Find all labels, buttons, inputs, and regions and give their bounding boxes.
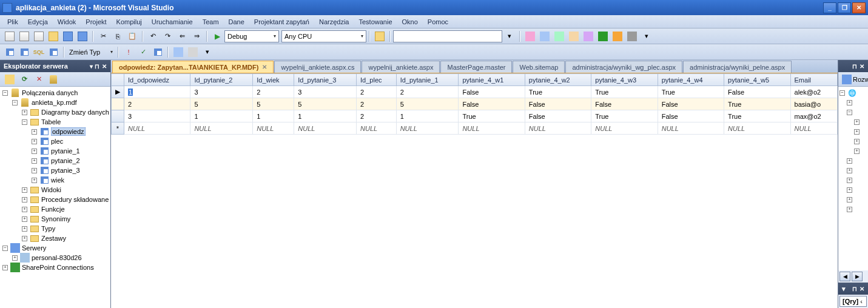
grid-cell[interactable]: 3 (294, 86, 357, 98)
grid-cell-null[interactable]: NULL (459, 122, 525, 135)
tab-masterpage[interactable]: MasterPage.master (440, 61, 512, 73)
verify-button[interactable]: ✓ (136, 45, 150, 59)
redo-button[interactable]: ↷ (161, 30, 174, 43)
scroll-left-button[interactable]: ◀ (839, 272, 850, 281)
tbx-8[interactable] (625, 30, 639, 43)
grid-cell[interactable]: 1 (396, 110, 459, 122)
run-button[interactable]: ▶ (210, 30, 224, 43)
grid-cell[interactable]: False (658, 98, 724, 110)
tbx-4[interactable] (567, 30, 580, 43)
grid-cell[interactable]: False (459, 98, 525, 110)
minimize-button[interactable]: _ (823, 2, 836, 13)
tab-odpowiedz[interactable]: odpowiedz: Zapytan...TA\ANKIETA_KP.MDF)✕ (112, 61, 274, 73)
grid-cell[interactable]: True (658, 86, 724, 98)
menu-edycja[interactable]: Edycja (23, 17, 53, 27)
grid-cell[interactable]: 5 (253, 98, 294, 110)
menu-plik[interactable]: Plik (2, 17, 23, 27)
grid-cell[interactable]: False (459, 86, 525, 98)
nav-fwd-button[interactable]: ⇒ (190, 30, 203, 43)
qtb-1[interactable] (172, 45, 185, 59)
grid-cell[interactable]: True (724, 98, 790, 110)
tbx-2[interactable] (538, 30, 551, 43)
grid-cell[interactable]: False (658, 110, 724, 122)
grid-cell[interactable]: 2 (124, 98, 190, 110)
config-combo[interactable]: Debug (224, 30, 279, 42)
pin-icon[interactable]: ⊓ (852, 63, 857, 70)
grid-cell[interactable]: 2 (253, 86, 294, 98)
show-results-button[interactable] (47, 45, 60, 59)
grid-cell-null[interactable]: NULL (357, 122, 397, 135)
show-criteria-button[interactable] (18, 45, 31, 59)
tab-wyniki-pelne[interactable]: administracja/wyniki_pelne.aspx (683, 61, 792, 73)
platform-combo[interactable]: Any CPU (281, 30, 366, 42)
column-header[interactable]: Id_pytanie_1 (396, 74, 459, 86)
menu-kompiluj[interactable]: Kompiluj (112, 17, 147, 27)
menu-widok[interactable]: Widok (53, 17, 81, 27)
column-header[interactable]: Email (790, 74, 837, 86)
column-header[interactable]: Id_wiek (253, 74, 294, 86)
row-selector[interactable] (112, 98, 124, 110)
tbx-7[interactable] (611, 30, 624, 43)
column-header[interactable]: Id_plec (357, 74, 397, 86)
grid-cell-null[interactable]: NULL (525, 122, 591, 135)
column-header[interactable]: pytanie_4_w1 (459, 74, 525, 86)
close-icon[interactable]: ✕ (262, 64, 267, 70)
grid-cell[interactable]: 2 (357, 110, 397, 122)
maximize-button[interactable]: ❐ (838, 2, 851, 13)
tab-sitemap[interactable]: Web.sitemap (513, 61, 565, 73)
grid-cell[interactable]: 3 (190, 86, 253, 98)
menu-testowanie[interactable]: Testowanie (354, 17, 397, 27)
grid-cell-null[interactable]: NULL (790, 122, 837, 135)
cut-button[interactable]: ✂ (96, 30, 110, 43)
menu-dane[interactable]: Dane (224, 17, 249, 27)
menu-pomoc[interactable]: Pomoc (423, 17, 453, 27)
tab-wypelnij-cs[interactable]: wypelnij_ankiete.aspx.cs (274, 61, 361, 73)
add-item-button[interactable] (32, 30, 45, 43)
menu-narzedzia[interactable]: Narzędzia (314, 17, 354, 27)
column-header[interactable]: pytanie_4_w2 (525, 74, 591, 86)
db-button[interactable] (47, 73, 60, 86)
save-button[interactable] (61, 30, 75, 43)
grid-cell-null[interactable]: NULL (253, 122, 294, 135)
show-sql-button[interactable]: SQL (32, 45, 45, 59)
grid-cell[interactable]: True (459, 110, 525, 122)
menu-team[interactable]: Team (198, 17, 224, 27)
grid-cell-null[interactable]: NULL (591, 122, 658, 135)
pin-icon[interactable]: ▾ ⊓ (90, 63, 99, 70)
nav-back-button[interactable]: ⇐ (175, 30, 189, 43)
panel-close-icon[interactable]: ✕ (102, 63, 107, 70)
open-button[interactable] (47, 30, 60, 43)
search-go-button[interactable]: ▾ (503, 30, 516, 43)
column-header[interactable]: pytanie_4_w5 (724, 74, 790, 86)
grid-cell[interactable]: False (525, 98, 591, 110)
grid-cell[interactable]: basia@o (790, 98, 837, 110)
qtb-3[interactable]: ▾ (201, 45, 214, 59)
new-website-button[interactable] (18, 30, 31, 43)
save-all-button[interactable] (76, 30, 89, 43)
grid-cell[interactable]: 2 (357, 98, 397, 110)
new-row-selector[interactable]: * (112, 122, 124, 135)
show-diagram-button[interactable] (3, 45, 16, 59)
grid-cell[interactable]: 1 (124, 86, 190, 98)
qtb-2[interactable] (186, 45, 200, 59)
add-table-button[interactable] (151, 45, 164, 59)
grid-cell[interactable]: True (591, 110, 658, 122)
close-button[interactable]: ✕ (852, 2, 866, 13)
tab-wyniki-plec[interactable]: administracja/wyniki_wg_plec.aspx (565, 61, 682, 73)
grid-cell[interactable]: 1 (190, 110, 253, 122)
qry-combo[interactable]: [Qry] ‹ (839, 296, 867, 307)
find-button[interactable] (373, 30, 386, 43)
column-header[interactable]: Id_pytanie_2 (190, 74, 253, 86)
grid-cell[interactable]: 1 (294, 110, 357, 122)
grid-cell-null[interactable]: NULL (190, 122, 253, 135)
grid-cell[interactable]: False (724, 86, 790, 98)
grid-cell-null[interactable]: NULL (294, 122, 357, 135)
refresh-button[interactable]: ⟳ (18, 73, 31, 86)
column-header[interactable]: Id_pytanie_3 (294, 74, 357, 86)
grid-cell[interactable]: 5 (294, 98, 357, 110)
grid-cell[interactable]: 2 (357, 86, 397, 98)
grid-cell[interactable]: 3 (124, 110, 190, 122)
tbx-1[interactable] (523, 30, 537, 43)
solution-button[interactable] (841, 73, 852, 86)
grid-cell[interactable]: alek@o2 (790, 86, 837, 98)
